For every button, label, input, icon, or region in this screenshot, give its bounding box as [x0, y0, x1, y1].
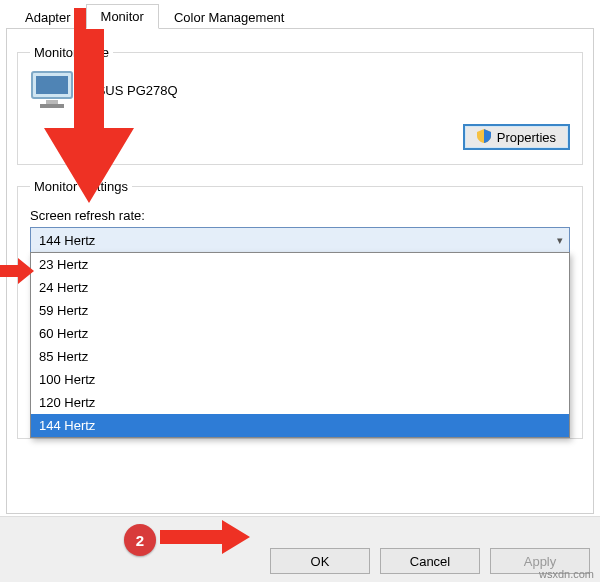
- annotation-step-number: 2: [136, 532, 144, 549]
- refresh-rate-option[interactable]: 59 Hertz: [31, 299, 569, 322]
- monitor-name: ASUS PG278Q: [88, 83, 178, 98]
- refresh-rate-option[interactable]: 100 Hertz: [31, 368, 569, 391]
- refresh-rate-selected: 144 Hertz: [39, 233, 95, 248]
- group-monitor-settings: Monitor Settings Screen refresh rate: 14…: [17, 179, 583, 439]
- refresh-rate-combobox[interactable]: 144 Hertz ▾: [30, 227, 570, 253]
- refresh-rate-dropdown[interactable]: 23 Hertz24 Hertz59 Hertz60 Hertz85 Hertz…: [30, 252, 570, 438]
- tab-adapter[interactable]: Adapter: [10, 5, 86, 29]
- tab-color-management[interactable]: Color Management: [159, 5, 300, 29]
- tab-strip: Adapter Monitor Color Management: [0, 0, 600, 28]
- monitor-info-row: ASUS PG278Q: [30, 70, 570, 110]
- watermark: wsxdn.com: [539, 568, 594, 580]
- monitor-icon: [30, 70, 76, 110]
- refresh-rate-option[interactable]: 120 Hertz: [31, 391, 569, 414]
- svg-rect-3: [40, 104, 64, 108]
- refresh-rate-label: Screen refresh rate:: [30, 208, 570, 223]
- dialog-button-bar: OK Cancel Apply: [0, 516, 600, 582]
- svg-rect-2: [46, 100, 58, 104]
- group-monitor-settings-legend: Monitor Settings: [30, 179, 132, 194]
- properties-button-label: Properties: [497, 130, 556, 145]
- tab-monitor[interactable]: Monitor: [86, 4, 159, 29]
- tab-panel-monitor: Monitor Type ASUS PG278Q: [6, 28, 594, 514]
- refresh-rate-option[interactable]: 24 Hertz: [31, 276, 569, 299]
- refresh-rate-option[interactable]: 60 Hertz: [31, 322, 569, 345]
- ok-button[interactable]: OK: [270, 548, 370, 574]
- group-monitor-type: Monitor Type ASUS PG278Q: [17, 45, 583, 165]
- cancel-button[interactable]: Cancel: [380, 548, 480, 574]
- properties-button[interactable]: Properties: [463, 124, 570, 150]
- svg-rect-1: [36, 76, 68, 94]
- chevron-down-icon: ▾: [557, 234, 563, 247]
- shield-icon: [477, 129, 491, 146]
- refresh-rate-option[interactable]: 23 Hertz: [31, 253, 569, 276]
- refresh-rate-option[interactable]: 85 Hertz: [31, 345, 569, 368]
- refresh-rate-option[interactable]: 144 Hertz: [31, 414, 569, 437]
- group-monitor-type-legend: Monitor Type: [30, 45, 113, 60]
- annotation-step-badge: 2: [124, 524, 156, 556]
